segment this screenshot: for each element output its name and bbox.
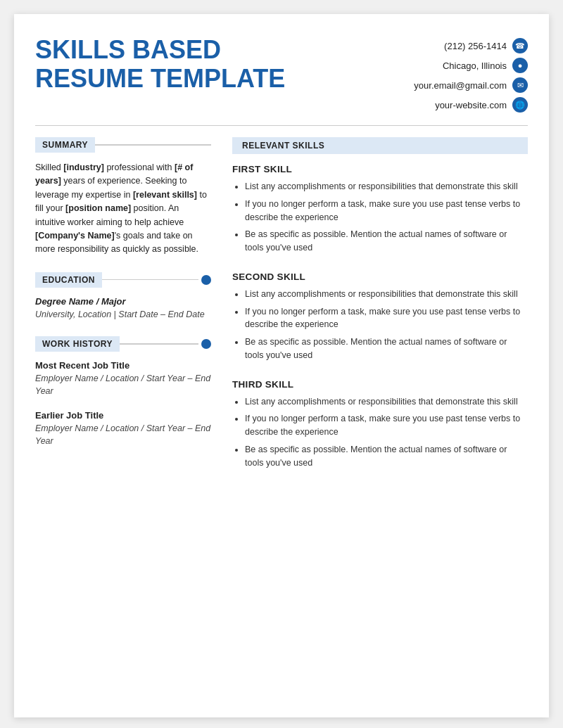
summary-text: Skilled [industry] professional with [# … <box>35 161 211 257</box>
body-layout: SUMMARY Skilled [industry] professional … <box>35 137 528 486</box>
work-history-dot <box>201 339 211 349</box>
education-label: EDUCATION <box>35 272 102 288</box>
work-history-line <box>120 343 198 345</box>
skill-bullet-3-3: Be as specific as possible. Mention the … <box>245 443 528 470</box>
skill-bullet-2-1: List any accomplishments or responsibili… <box>245 288 528 301</box>
skill-list-3: List any accomplishments or responsibili… <box>232 395 528 470</box>
relevant-skills-section-header: RELEVANT SKILLS <box>232 137 528 154</box>
resume-page: SKILLS BASED RESUME TEMPLATE (212) 256-1… <box>14 14 549 717</box>
job-detail-1: Employer Name / Location / Start Year – … <box>35 372 211 397</box>
skill-block-1: FIRST SKILLList any accomplishments or r… <box>232 164 528 255</box>
work-history-label: WORK HISTORY <box>35 336 120 352</box>
right-column: RELEVANT SKILLS FIRST SKILLList any acco… <box>218 137 528 486</box>
header-title: SKILLS BASED RESUME TEMPLATE <box>35 35 414 94</box>
position-placeholder: [position name] <box>65 203 131 213</box>
contact-website-row: your-website.com 🌐 <box>435 97 528 113</box>
phone-text: (212) 256-1414 <box>444 41 507 51</box>
skill-bullet-3-2: If you no longer perform a task, make su… <box>245 412 528 439</box>
location-icon: ● <box>512 58 528 73</box>
work-history-section-header: WORK HISTORY <box>35 336 211 352</box>
skill-bullet-3-1: List any accomplishments or responsibili… <box>245 395 528 409</box>
years-placeholder: [# of years] <box>35 162 193 186</box>
title-line1: SKILLS BASED <box>35 35 414 64</box>
skill-bullet-1-1: List any accomplishments or responsibili… <box>245 180 528 193</box>
industry-placeholder: [industry] <box>63 162 104 172</box>
skill-list-1: List any accomplishments or responsibili… <box>232 180 528 255</box>
contact-phone-row: (212) 256-1414 ☎ <box>444 38 528 53</box>
skill-bullet-2-2: If you no longer perform a task, make su… <box>245 305 528 332</box>
contact-info: (212) 256-1414 ☎ Chicago, Illinois ● you… <box>414 35 528 113</box>
edu-degree: Degree Name / Major <box>35 296 211 307</box>
skill-bullet-1-2: If you no longer perform a task, make su… <box>245 198 528 224</box>
left-column: SUMMARY Skilled [industry] professional … <box>35 137 218 486</box>
skill-bullet-2-3: Be as specific as possible. Mention the … <box>245 336 528 362</box>
relevant-skills-label: RELEVANT SKILLS <box>232 137 528 154</box>
job-block-1: Most Recent Job Title Employer Name / Lo… <box>35 360 211 397</box>
title-line2: RESUME TEMPLATE <box>35 64 414 93</box>
education-dot <box>201 275 211 285</box>
job-title-1: Most Recent Job Title <box>35 360 211 371</box>
skill-name-2: SECOND SKILL <box>232 272 528 282</box>
header: SKILLS BASED RESUME TEMPLATE (212) 256-1… <box>35 35 528 113</box>
company-placeholder: [Company's Name] <box>35 231 115 241</box>
education-section-header: EDUCATION <box>35 272 211 288</box>
header-divider <box>35 125 528 126</box>
website-icon: 🌐 <box>512 97 528 113</box>
edu-detail: University, Location | Start Date – End … <box>35 308 211 321</box>
skill-list-2: List any accomplishments or responsibili… <box>232 288 528 362</box>
skill-block-3: THIRD SKILLList any accomplishments or r… <box>232 379 528 470</box>
education-line <box>102 279 198 281</box>
job-detail-2: Employer Name / Location / Start Year – … <box>35 422 211 447</box>
summary-label: SUMMARY <box>35 137 95 153</box>
skills-placeholder: [relevant skills] <box>133 190 197 200</box>
skill-block-2: SECOND SKILLList any accomplishments or … <box>232 272 528 362</box>
contact-email-row: your.email@gmail.com ✉ <box>414 77 528 93</box>
skill-name-3: THIRD SKILL <box>232 379 528 390</box>
summary-section-header: SUMMARY <box>35 137 211 153</box>
email-text: your.email@gmail.com <box>414 80 507 91</box>
location-text: Chicago, Illinois <box>443 60 507 71</box>
skills-container: FIRST SKILLList any accomplishments or r… <box>232 164 528 469</box>
email-icon: ✉ <box>512 77 528 93</box>
summary-line <box>95 144 211 146</box>
skill-name-1: FIRST SKILL <box>232 164 528 174</box>
job-block-2: Earlier Job Title Employer Name / Locati… <box>35 410 211 447</box>
website-text: your-website.com <box>435 100 507 110</box>
phone-icon: ☎ <box>512 38 528 53</box>
education-section: EDUCATION Degree Name / Major University… <box>35 272 211 321</box>
work-history-section: WORK HISTORY Most Recent Job Title Emplo… <box>35 336 211 448</box>
job-title-2: Earlier Job Title <box>35 410 211 421</box>
contact-location-row: Chicago, Illinois ● <box>443 58 528 73</box>
skill-bullet-1-3: Be as specific as possible. Mention the … <box>245 228 528 255</box>
